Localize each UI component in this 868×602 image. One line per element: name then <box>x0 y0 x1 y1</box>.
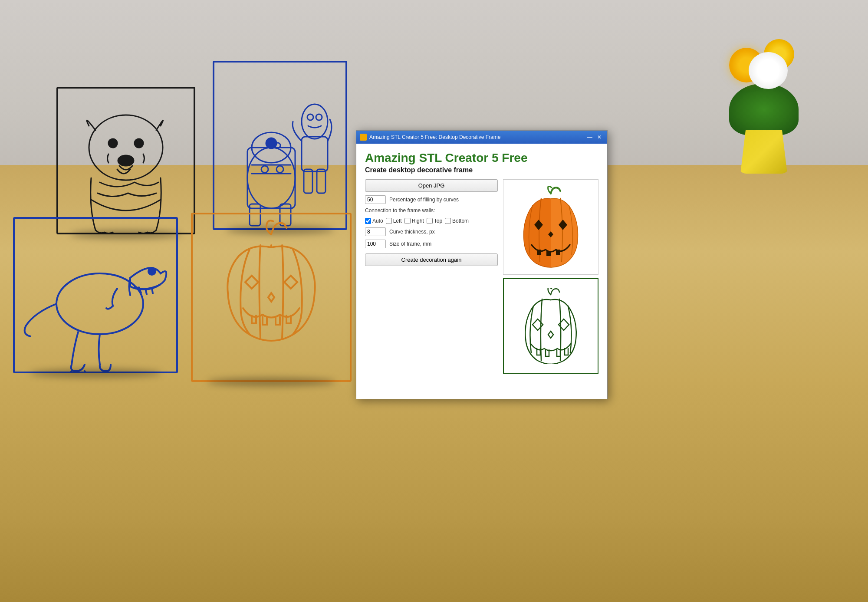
svg-rect-19 <box>304 169 312 193</box>
dog-wire-art <box>56 87 195 234</box>
right-label: Right <box>412 218 424 224</box>
svg-point-12 <box>276 166 283 173</box>
dino-frame-shadow <box>30 369 161 378</box>
left-checkbox-label[interactable]: Left <box>386 218 402 224</box>
color-preview <box>503 179 598 275</box>
flower-white <box>749 52 788 89</box>
pumpkin-wire-art <box>191 213 352 382</box>
filling-label: Percentage of filling by curves <box>389 197 459 203</box>
connection-label: Connection to the frame walls: <box>365 207 498 214</box>
auto-checkbox-label[interactable]: Auto <box>365 218 383 224</box>
svg-rect-25 <box>556 250 560 255</box>
left-label: Left <box>393 218 402 224</box>
app-controls: Open JPG Percentage of filling by curves… <box>365 179 498 392</box>
flower-decoration <box>694 9 833 174</box>
dino-wire-art <box>13 217 178 373</box>
app-icon <box>360 134 367 141</box>
svg-point-18 <box>316 114 322 120</box>
app-preview <box>503 179 598 392</box>
checkbox-row: Auto Left Right Top <box>365 218 498 224</box>
top-label: Top <box>434 218 442 224</box>
auto-checkbox[interactable] <box>365 218 371 224</box>
app-content: Amazing STL Creator 5 Free Create deskto… <box>356 144 607 399</box>
top-checkbox-label[interactable]: Top <box>427 218 442 224</box>
minimize-button[interactable]: — <box>585 133 594 141</box>
curve-thickness-label: Curve thickness, px <box>389 229 435 235</box>
r2d2-frame <box>213 61 347 230</box>
dog-frame <box>56 87 195 234</box>
dino-frame <box>13 217 178 373</box>
flower-stems <box>720 39 807 135</box>
wire-preview <box>503 278 598 374</box>
bottom-label: Bottom <box>452 218 469 224</box>
svg-rect-24 <box>546 251 551 256</box>
svg-point-15 <box>302 104 328 139</box>
svg-rect-20 <box>317 169 326 193</box>
svg-point-11 <box>261 166 268 173</box>
curve-thickness-row: Curve thickness, px <box>365 227 498 236</box>
create-button[interactable]: Create decoration again <box>365 253 498 266</box>
pumpkin-frame-shadow <box>207 378 335 386</box>
open-jpg-button[interactable]: Open JPG <box>365 179 498 192</box>
svg-point-3 <box>118 155 134 166</box>
app-window: Amazing STL Creator 5 Free: Desktop Deco… <box>356 130 608 399</box>
app-subtitle: Create desktop decorative frame <box>365 166 598 174</box>
r2d2-wire-art <box>213 61 347 230</box>
frame-size-label: Size of frame, mm <box>389 241 431 247</box>
bottom-checkbox[interactable] <box>445 218 451 224</box>
app-main-title: Amazing STL Creator 5 Free <box>365 151 598 165</box>
svg-point-4 <box>247 148 295 208</box>
pumpkin-color-svg <box>512 186 590 268</box>
svg-point-22 <box>148 268 155 275</box>
pumpkin-wire-svg <box>516 288 585 364</box>
bottom-checkbox-label[interactable]: Bottom <box>445 218 469 224</box>
svg-rect-16 <box>302 137 328 171</box>
close-button[interactable]: ✕ <box>595 133 604 141</box>
filling-row: Percentage of filling by curves <box>365 195 498 204</box>
top-checkbox[interactable] <box>427 218 433 224</box>
svg-point-17 <box>307 114 313 120</box>
right-checkbox-label[interactable]: Right <box>404 218 424 224</box>
titlebar-buttons: — ✕ <box>585 133 604 141</box>
flower-pot <box>738 130 790 174</box>
svg-rect-23 <box>537 250 541 255</box>
titlebar-text: Amazing STL Creator 5 Free: Desktop Deco… <box>369 134 500 140</box>
filling-input[interactable] <box>365 195 386 204</box>
frame-size-row: Size of frame, mm <box>365 240 498 248</box>
svg-point-2 <box>135 139 143 148</box>
left-checkbox[interactable] <box>386 218 392 224</box>
titlebar-left: Amazing STL Creator 5 Free: Desktop Deco… <box>360 134 500 141</box>
app-two-column: Open JPG Percentage of filling by curves… <box>365 179 598 392</box>
frame-size-input[interactable] <box>365 240 386 248</box>
curve-thickness-input[interactable] <box>365 227 386 236</box>
right-checkbox[interactable] <box>404 218 411 224</box>
app-titlebar: Amazing STL Creator 5 Free: Desktop Deco… <box>356 131 607 144</box>
svg-point-1 <box>108 139 117 148</box>
auto-label: Auto <box>372 218 383 224</box>
pumpkin-frame <box>191 213 352 382</box>
